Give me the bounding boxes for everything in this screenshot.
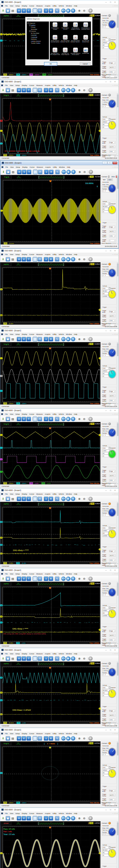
scrollbar-thumb[interactable] (117, 344, 118, 356)
waveform-preview[interactable]: T (38, 263, 64, 266)
waveform-preview[interactable]: T (38, 176, 65, 179)
close-button[interactable]: × (113, 81, 117, 83)
zoom-out-button[interactable]: ⊖ (82, 497, 86, 501)
volts-div-stepper[interactable]: 5.00kV▴▾ (102, 529, 110, 532)
channel-marker[interactable]: 2 (0, 772, 3, 774)
channel-marker[interactable]: 1 (0, 631, 3, 633)
vertical-button[interactable]: V (22, 577, 26, 581)
menu-measure[interactable]: Measure (35, 653, 44, 655)
menu-view[interactable]: View (9, 733, 14, 735)
mdi-close-button[interactable]: × (117, 493, 117, 495)
channel-marker[interactable]: A (0, 692, 3, 693)
channel-chip[interactable]: CH1=5.00kV (3, 642, 14, 644)
tree-expander-icon[interactable]: − (27, 22, 29, 24)
menu-help[interactable]: Help (73, 812, 79, 814)
run-button[interactable]: ▶ (66, 337, 70, 341)
trigger-source-select[interactable]: CH1∨ (109, 235, 115, 237)
trigger-source-select[interactable]: CH1∨ (109, 719, 115, 721)
menu-setup[interactable]: Setup (14, 573, 21, 575)
pointer-button[interactable]: ↖ (55, 816, 59, 820)
trigger-sweep-select[interactable]: AUTO∨ (109, 714, 115, 716)
vertical-button[interactable]: V (22, 656, 26, 661)
horizontal-button[interactable]: H (17, 337, 21, 341)
reset-button[interactable]: ↺ (88, 497, 93, 501)
tree-item[interactable]: Crankshaft (27, 36, 49, 38)
trigger-mode-select[interactable]: Edge∨ (109, 710, 115, 712)
tree-expander-icon[interactable]: − (29, 30, 31, 32)
reset-button[interactable]: ↺ (88, 337, 93, 341)
waveform-preview[interactable]: T (38, 502, 64, 506)
diagnosis-tile[interactable]: ✶Primary Ignition (Current) (60, 22, 70, 35)
mdi-minimize-button[interactable]: – (113, 573, 113, 575)
panel-scrollbar[interactable]: ▲▼ (117, 661, 118, 724)
math-button[interactable]: ± (44, 417, 48, 421)
print-button[interactable]: ▤ (10, 497, 15, 501)
close-button[interactable]: × (113, 729, 117, 731)
run-button[interactable]: ▶ (66, 816, 70, 820)
pulse-train-button[interactable]: ⊓ (38, 577, 42, 581)
menu-setup[interactable]: Setup (15, 166, 21, 168)
channel-chip[interactable]: CH2~200mV (16, 154, 27, 156)
maximize-button[interactable]: □ (108, 569, 113, 571)
channel-marker[interactable]: 1 (0, 553, 3, 555)
waveform-display[interactable]: CH1:+Duty = *****CH1 using x20; CH2 usin… (3, 587, 100, 642)
menu-file[interactable]: File (4, 333, 9, 335)
diagnosis-tile[interactable]: ✶Secondary Ignition Distributor Type (Ki… (70, 35, 81, 48)
mdi-restore-button[interactable]: □ (115, 254, 115, 255)
channel-chip[interactable]: CH1=5.00kV (3, 562, 14, 564)
mdi-close-button[interactable]: × (117, 573, 117, 575)
math-button[interactable]: ± (44, 577, 48, 581)
waveform-display[interactable]: CH1:+Duty = ***** (3, 507, 100, 562)
horizontal-knob[interactable] (109, 21, 115, 28)
tree-item[interactable]: Air Flow Meter (27, 32, 49, 34)
scrollbar-thumb[interactable] (117, 176, 118, 189)
volts-div-stepper[interactable]: 200mV▴▾ (102, 41, 110, 43)
maximize-button[interactable]: □ (108, 161, 112, 164)
zoom-in-button[interactable]: ⊕ (77, 88, 82, 92)
menu-view[interactable]: View (9, 812, 14, 814)
menu-vehicle[interactable]: Vehicle (58, 413, 65, 415)
pause-button[interactable]: ‖ (71, 257, 75, 261)
menu-help[interactable]: Help (73, 84, 79, 86)
vertical-button[interactable]: V (22, 170, 26, 174)
horizontal-button[interactable]: H (17, 88, 21, 92)
menu-file[interactable]: File (4, 812, 9, 814)
mdi-close-button[interactable]: × (117, 254, 117, 255)
vertical-button[interactable]: V (22, 417, 26, 421)
menu-view[interactable]: View (9, 573, 14, 575)
horizontal-button[interactable]: H (17, 656, 21, 661)
pause-button[interactable]: ‖ (71, 497, 75, 501)
menu-acquire[interactable]: Acquire (44, 84, 51, 86)
menu-view[interactable]: View (9, 253, 14, 255)
math-button[interactable]: ± (44, 88, 48, 92)
mdi-restore-button[interactable]: □ (115, 413, 115, 415)
run-button[interactable]: ▶ (66, 656, 70, 661)
channel-chip[interactable]: CH2~100mV (16, 402, 27, 405)
menu-setup[interactable]: Setup (14, 493, 21, 495)
menu-setup[interactable]: Setup (14, 84, 21, 86)
close-button[interactable]: × (113, 809, 117, 811)
run-button[interactable]: ▶ (66, 417, 70, 421)
menu-help[interactable]: Help (73, 573, 79, 575)
zoom-out-button[interactable]: ⊖ (82, 577, 86, 581)
record-button[interactable]: R (49, 656, 53, 661)
channel-marker[interactable]: A (0, 604, 3, 606)
menu-display[interactable]: Display (21, 413, 28, 415)
vertical-button[interactable]: V (22, 257, 26, 261)
menu-setup[interactable]: Setup (14, 413, 21, 415)
open-button[interactable]: ⇓ (1, 257, 5, 261)
open-button[interactable]: ⇓ (1, 577, 5, 581)
pointer-button[interactable]: ↖ (55, 497, 59, 501)
menu-setup[interactable]: Setup (14, 5, 21, 7)
menu-window[interactable]: Window (65, 333, 73, 335)
volts-div-stepper[interactable]: 50.0kV▴▾ (102, 290, 110, 292)
channel-onoff[interactable]: ✓ON/OFF (109, 846, 116, 848)
menu-vehicle[interactable]: Vehicle (58, 812, 65, 814)
vertical-knob[interactable] (109, 290, 115, 298)
waveform-preview[interactable]: T (38, 822, 64, 825)
reset-button[interactable]: ↺ (88, 736, 93, 741)
channel-marker[interactable]: M (0, 375, 3, 377)
print-button[interactable]: ▤ (10, 816, 15, 820)
mdi-minimize-button[interactable]: – (113, 254, 113, 255)
menu-file[interactable]: File (4, 733, 9, 735)
